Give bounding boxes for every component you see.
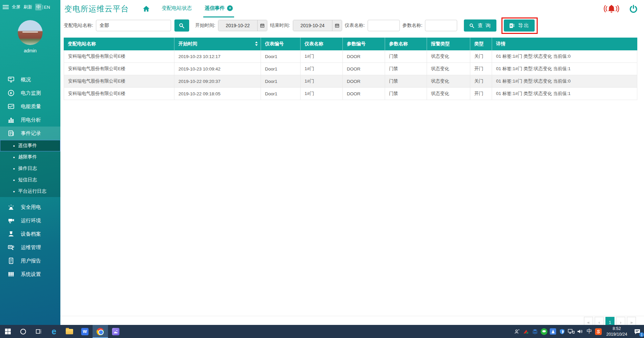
sidebar-subitem[interactable]: •短信日志	[0, 174, 60, 186]
sidebar-subitem[interactable]: •越限事件	[0, 151, 60, 163]
query-button[interactable]: 查 询	[464, 19, 496, 32]
export-button-label: 导出	[518, 22, 530, 29]
taskbar-clock[interactable]: 8:52 2019/10/24	[603, 326, 631, 337]
sidebar-item[interactable]: 安全用电	[0, 200, 60, 214]
sidebar-item[interactable]: 运维管理	[0, 241, 60, 254]
clock-date: 2019/10/24	[606, 332, 627, 337]
table-cell: 2019-10-23 10:09:42	[174, 63, 261, 75]
end-time-label: 结束时间:	[270, 22, 290, 29]
column-header[interactable]: 开始时间	[174, 38, 261, 50]
sidebar-subitem[interactable]: •操作日志	[0, 163, 60, 174]
tray-stack-icon[interactable]	[530, 325, 539, 338]
sidebar: 全屏 刷新 中 EN admin 概况电力监测电能质量用电分析事件记录•遥信事件…	[0, 0, 60, 325]
file-explorer-icon[interactable]	[62, 325, 77, 338]
home-icon[interactable]	[142, 5, 150, 13]
station-search-button[interactable]	[174, 19, 189, 32]
people-icon[interactable]	[512, 325, 521, 338]
sidebar-item[interactable]: 系统设置	[0, 268, 60, 281]
start-calendar-icon[interactable]	[257, 20, 267, 31]
table-row[interactable]: 安科瑞电气股份有限公司E楼2019-10-23 10:12:17Door11#门…	[64, 50, 637, 63]
sogou-icon[interactable]: S	[594, 325, 603, 338]
sidebar-subitem[interactable]: •遥信事件	[0, 140, 60, 151]
edge-icon[interactable]: e	[46, 325, 62, 338]
end-date-box	[293, 20, 342, 31]
table-cell: 状态变化	[427, 88, 470, 100]
photos-icon[interactable]	[108, 325, 123, 338]
meter-name-label: 仪表名称:	[345, 22, 365, 29]
end-date-input[interactable]	[293, 20, 332, 31]
table-row[interactable]: 安科瑞电气股份有限公司E楼2019-10-22 09:18:05Door11#门…	[64, 88, 637, 100]
column-header-label: 变配电站名称	[68, 41, 96, 47]
sidebar-item[interactable]: 概况	[0, 73, 60, 86]
start-button[interactable]	[0, 325, 15, 338]
tray-shield-icon[interactable]	[557, 325, 567, 338]
event-record-icon	[7, 130, 15, 137]
column-header-label: 参数编号	[347, 41, 366, 47]
table-cell: 状态变化	[427, 50, 470, 63]
bullet-icon: •	[13, 166, 15, 172]
sidebar-item[interactable]: 用户报告	[0, 254, 60, 268]
overview-icon	[7, 76, 15, 83]
fullscreen-button[interactable]: 全屏	[12, 4, 20, 10]
operating-environment-icon	[7, 217, 15, 224]
export-button[interactable]: 导出	[504, 19, 535, 32]
table-row[interactable]: 安科瑞电气股份有限公司E楼2019-10-23 10:09:42Door11#门…	[64, 63, 637, 75]
station-input[interactable]	[96, 20, 171, 31]
table-row[interactable]: 安科瑞电气股份有限公司E楼2019-10-22 09:20:37Door11#门…	[64, 75, 637, 88]
table-cell: 2019-10-22 09:20:37	[174, 75, 261, 88]
table-cell: 安科瑞电气股份有限公司E楼	[64, 75, 174, 88]
bullet-icon: •	[13, 143, 15, 149]
sidebar-item-label: 用户报告	[21, 258, 41, 264]
start-date-input[interactable]	[218, 20, 257, 31]
task-view-icon[interactable]	[31, 325, 46, 338]
user-avatar[interactable]	[18, 20, 43, 45]
app-header: 变电所运维云平台 变配电站状态遥信事件✕	[60, 0, 644, 17]
power-quality-icon	[7, 103, 15, 110]
tray-drive-icon[interactable]	[548, 325, 557, 338]
volume-icon[interactable]	[576, 325, 585, 338]
tab-close-icon[interactable]: ✕	[227, 5, 233, 11]
lang-zh[interactable]: 中	[35, 4, 42, 10]
lang-en[interactable]: EN	[44, 5, 50, 10]
end-calendar-icon[interactable]	[332, 20, 342, 31]
tab-inactive[interactable]: 变配电站状态	[160, 0, 193, 17]
sort-icon[interactable]	[255, 41, 258, 46]
tray-app-red-icon[interactable]	[521, 325, 530, 338]
hamburger-menu-icon[interactable]	[3, 5, 9, 9]
username: admin	[0, 48, 60, 53]
network-icon[interactable]	[567, 325, 576, 338]
content-footer	[60, 316, 644, 325]
sidebar-subitem[interactable]: •平台运行日志	[0, 186, 60, 197]
power-icon[interactable]	[629, 4, 638, 13]
ime-icon[interactable]: 中	[585, 325, 594, 338]
table-cell: 关门	[470, 50, 492, 63]
sidebar-item[interactable]: 电能质量	[0, 100, 60, 113]
tray-chat-icon[interactable]	[539, 325, 548, 338]
column-header-label: 类型	[474, 41, 484, 47]
column-header-label: 参数名称	[389, 41, 408, 47]
sidebar-item-label: 电力监测	[21, 90, 41, 96]
sidebar-item-label: 概况	[21, 77, 31, 83]
language-toggle[interactable]: 中 EN	[35, 4, 50, 10]
chrome-icon[interactable]	[93, 325, 108, 338]
alarm-bell-icon[interactable]	[603, 3, 620, 14]
filter-bar: 变配电站名称: 开始时间: 结束时间: 仪表名称: 参数名称: 查 询	[60, 17, 644, 34]
sidebar-item[interactable]: 事件记录	[0, 127, 60, 140]
meter-name-input[interactable]	[368, 20, 400, 31]
sidebar-subitem-label: 短信日志	[18, 177, 37, 183]
wps-icon[interactable]: W	[77, 325, 93, 338]
table-cell: 安科瑞电气股份有限公司E楼	[64, 50, 174, 63]
sidebar-item[interactable]: 电力监测	[0, 86, 60, 100]
tab-active[interactable]: 遥信事件✕	[203, 0, 234, 17]
sidebar-item[interactable]: 运行环境	[0, 214, 60, 227]
sidebar-item[interactable]: 用电分析	[0, 113, 60, 127]
bullet-icon: •	[13, 154, 15, 160]
param-name-input[interactable]	[425, 20, 457, 31]
cortana-icon[interactable]	[15, 325, 31, 338]
power-monitoring-icon	[7, 89, 15, 97]
sidebar-item[interactable]: 设备档案	[0, 227, 60, 241]
notification-badge: 1	[639, 332, 644, 337]
notification-center-icon[interactable]: 1	[631, 325, 644, 338]
refresh-button[interactable]: 刷新	[23, 4, 32, 10]
table-cell: 安科瑞电气股份有限公司E楼	[64, 63, 174, 75]
